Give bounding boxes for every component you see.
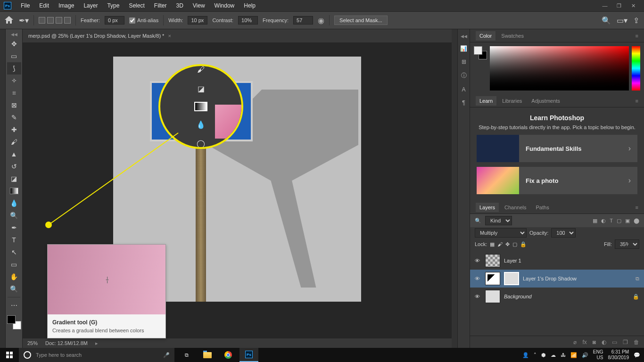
opacity-select[interactable]: 100% [551,228,576,238]
share-icon[interactable]: ⇪ [633,16,639,25]
volume-icon[interactable]: 🔊 [582,352,588,358]
lock-all-icon[interactable]: 🔒 [520,241,527,247]
tray-clock[interactable]: 6:31 PM 8/30/2019 [608,349,629,361]
menu-3d[interactable]: 3D [172,1,187,10]
start-button[interactable] [0,348,19,362]
filter-shape-icon[interactable]: ▢ [617,218,621,224]
lock-transparent-icon[interactable]: ▦ [490,241,495,247]
tray-app-icon[interactable]: ⬢ [541,352,546,358]
search-icon[interactable]: 🔍 [602,16,611,25]
selection-subtract-icon[interactable] [56,17,62,24]
layer-item[interactable]: 👁 Layer 1 [470,252,644,270]
doc-size[interactable]: Doc: 12.5M/12.8M [45,340,88,346]
lock-artboard-icon[interactable]: ▢ [512,241,517,247]
mic-icon[interactable]: 🎤 [163,352,170,358]
filter-smart-icon[interactable]: ▣ [625,218,630,224]
eyedropper-tool[interactable]: ✎ [7,111,21,123]
contrast-input[interactable] [238,16,258,25]
menu-type[interactable]: Type [103,1,123,10]
filter-toggle-icon[interactable]: ⬤ [634,218,639,224]
fx-icon[interactable]: fx [582,339,586,346]
group-icon[interactable]: ▭ [612,339,617,346]
tab-libraries[interactable]: Libraries [498,96,526,106]
menu-help[interactable]: Help [240,1,259,10]
edit-toolbar[interactable]: ⋯ [7,299,21,312]
tray-lang[interactable]: ENG [593,349,603,354]
layer-item[interactable]: 👁 Background 🔒 [470,288,644,305]
panel-menu-icon[interactable]: ≡ [636,33,638,39]
home-button[interactable] [5,16,14,25]
window-restore-button[interactable]: ❐ [616,2,622,9]
blur-tool[interactable]: 💧 [7,197,21,209]
panel-menu-icon[interactable]: ≡ [636,98,638,104]
lasso-tool[interactable]: ⟆ [7,62,21,74]
visibility-icon[interactable]: 👁 [475,294,481,299]
task-view-button[interactable]: ⧉ [177,348,196,362]
new-layer-icon[interactable]: ❐ [623,339,628,346]
type-tool[interactable]: T [7,234,21,246]
menu-edit[interactable]: Edit [35,1,53,10]
antialias-checkbox[interactable]: Anti-alias [129,17,158,24]
menu-file[interactable]: File [17,1,33,10]
eraser-tool[interactable]: ◪ [7,173,21,185]
canvas-area[interactable]: 🖌 ◪ 💧 ◯ -¦- Gradient tool (G) Creates a … [23,42,452,338]
adjustment-icon[interactable]: ◐ [602,339,606,346]
taskbar-search[interactable]: Type here to search 🎤 [19,348,174,362]
lock-position-icon[interactable]: ✥ [505,241,510,247]
document-tab[interactable]: merp.psd @ 25% (Layer 1's Drop Shadow, L… [28,33,164,39]
info-icon[interactable]: ⓘ [461,72,467,80]
tool-preset-icon[interactable]: ✒▾ [19,16,29,25]
brush-tool[interactable]: 🖌 [7,136,21,148]
tray-chevron-icon[interactable]: ˄ [534,352,537,358]
mask-icon[interactable]: ◙ [593,339,596,346]
learn-item-fundamentals[interactable]: Fundamental Skills › [477,135,637,162]
menu-image[interactable]: Image [55,1,78,10]
clone-stamp-tool[interactable]: ▲ [7,148,21,160]
window-minimize-button[interactable]: — [602,2,608,9]
chrome-button[interactable] [219,348,238,362]
filter-type-icon[interactable]: T [610,218,613,224]
visibility-icon[interactable]: 👁 [475,276,481,281]
selection-add-icon[interactable] [47,17,54,24]
people-icon[interactable]: 👤 [522,352,529,358]
tab-color[interactable]: Color [476,31,495,41]
frame-tool[interactable]: ⊠ [7,99,21,111]
layer-filter-select[interactable]: Kind [485,216,512,225]
hand-tool[interactable]: ✋ [7,271,21,283]
link-icon[interactable]: ⧉ [636,276,639,282]
menu-window[interactable]: Window [211,1,239,10]
gradient-tool[interactable] [7,185,21,197]
tab-channels[interactable]: Channels [501,203,530,212]
blend-mode-select[interactable]: Multiply [475,228,527,238]
histogram-icon[interactable]: 📊 [460,45,467,52]
wifi-icon[interactable]: 📶 [570,352,577,358]
layer-item[interactable]: 👁 Layer 1's Drop Shadow ⧉ [470,270,644,288]
status-menu-icon[interactable]: ▸ [95,340,98,346]
color-panel[interactable] [470,42,644,94]
healing-brush-tool[interactable]: ✚ [7,123,21,136]
filter-pixel-icon[interactable]: ▦ [593,218,597,224]
network-icon[interactable]: 🖧 [561,352,566,358]
zoom-level[interactable]: 25% [27,340,38,346]
history-brush-tool[interactable]: ↺ [7,160,21,173]
visibility-icon[interactable]: 👁 [475,258,481,263]
tab-swatches[interactable]: Swatches [497,31,528,41]
menu-select[interactable]: Select [125,1,148,10]
marquee-tool[interactable]: ▭ [7,50,21,62]
file-explorer-button[interactable] [198,348,217,362]
learn-item-fix-photo[interactable]: Fix a photo › [477,167,637,194]
paragraph-icon[interactable]: ¶ [462,99,465,106]
tab-adjustments[interactable]: Adjustments [528,96,564,106]
workspace-icon[interactable]: ▭▾ [617,16,627,25]
onedrive-icon[interactable]: ☁ [551,352,556,358]
navigator-icon[interactable]: ⊞ [462,58,466,65]
tab-paths[interactable]: Paths [532,203,553,212]
pen-pressure-icon[interactable]: ◉ [318,16,324,25]
path-selection-tool[interactable]: ↖ [7,246,21,258]
color-swatches[interactable] [7,315,21,329]
fill-select[interactable]: 35% [615,239,639,249]
tab-layers[interactable]: Layers [476,203,499,212]
dodge-tool[interactable]: 🔍 [7,209,21,222]
crop-tool[interactable]: ⌗ [7,87,21,99]
pen-tool[interactable]: ✒ [7,222,21,234]
